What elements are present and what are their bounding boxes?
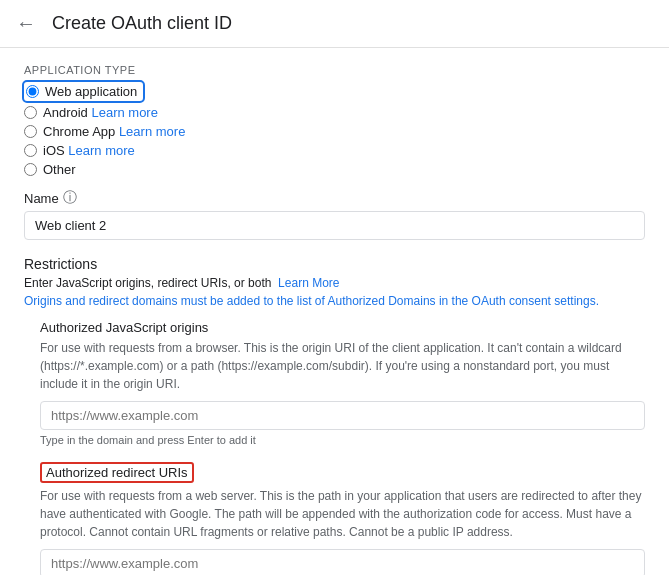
authorized-redirect-section: Authorized redirect URIs For use with re… — [24, 462, 645, 575]
radio-web-label: Web application — [45, 84, 137, 99]
radio-item-web[interactable]: Web application — [24, 82, 645, 101]
radio-other[interactable] — [24, 163, 37, 176]
authorized-js-input-container — [24, 401, 645, 430]
radio-item-chrome[interactable]: Chrome App Learn more — [24, 124, 645, 139]
radio-item-other[interactable]: Other — [24, 162, 645, 177]
name-section: Name ⓘ — [24, 189, 645, 240]
authorized-js-hint: Type in the domain and press Enter to ad… — [24, 434, 645, 446]
origins-warning: Origins and redirect domains must be add… — [24, 294, 645, 308]
radio-ios[interactable] — [24, 144, 37, 157]
android-learn-more-link[interactable]: Learn more — [91, 105, 157, 120]
restrictions-learn-more-link[interactable]: Learn More — [278, 276, 339, 290]
radio-item-android[interactable]: Android Learn more — [24, 105, 645, 120]
authorized-js-title: Authorized JavaScript origins — [24, 320, 645, 335]
radio-ios-label: iOS — [43, 143, 65, 158]
radio-other-label: Other — [43, 162, 76, 177]
back-icon[interactable]: ← — [16, 12, 36, 35]
radio-android-label: Android — [43, 105, 88, 120]
authorized-redirect-description: For use with requests from a web server.… — [24, 487, 645, 541]
authorized-js-input[interactable] — [40, 401, 645, 430]
name-input[interactable] — [24, 211, 645, 240]
radio-chrome[interactable] — [24, 125, 37, 138]
page-header: ← Create OAuth client ID — [0, 0, 669, 48]
ios-learn-more-link[interactable]: Learn more — [68, 143, 134, 158]
application-type-label: Application type — [24, 64, 645, 76]
authorized-js-section: Authorized JavaScript origins For use wi… — [24, 320, 645, 446]
name-label: Name ⓘ — [24, 189, 645, 207]
restrictions-description: Enter JavaScript origins, redirect URIs,… — [24, 276, 645, 290]
restrictions-title: Restrictions — [24, 256, 645, 272]
main-content: Application type Web application Android… — [0, 48, 669, 575]
name-help-icon[interactable]: ⓘ — [63, 189, 77, 207]
radio-web[interactable] — [26, 85, 39, 98]
authorized-redirect-input[interactable] — [40, 549, 645, 575]
radio-chrome-label: Chrome App — [43, 124, 115, 139]
authorized-redirect-input-container — [24, 549, 645, 575]
authorized-js-description: For use with requests from a browser. Th… — [24, 339, 645, 393]
restrictions-section: Restrictions Enter JavaScript origins, r… — [24, 256, 645, 575]
page-title: Create OAuth client ID — [52, 13, 232, 34]
chrome-learn-more-link[interactable]: Learn more — [119, 124, 185, 139]
application-type-group: Web application Android Learn more Chrom… — [24, 82, 645, 177]
radio-item-ios[interactable]: iOS Learn more — [24, 143, 645, 158]
authorized-redirect-title: Authorized redirect URIs — [46, 465, 188, 480]
radio-android[interactable] — [24, 106, 37, 119]
